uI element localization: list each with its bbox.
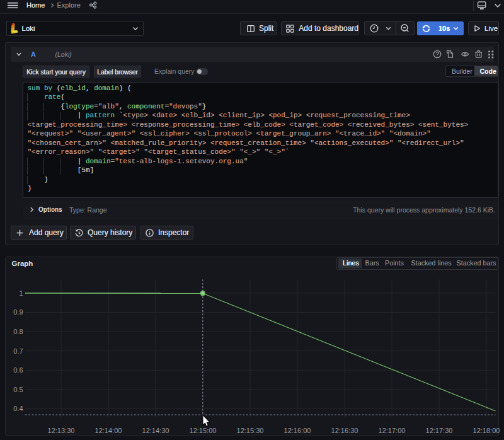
svg-text:0.8: 0.8 xyxy=(13,328,23,335)
svg-text:12:16:30: 12:16:30 xyxy=(331,427,358,434)
svg-text:12:18:00: 12:18:00 xyxy=(473,427,500,434)
svg-text:0.9: 0.9 xyxy=(13,308,23,316)
svg-text:12:15:30: 12:15:30 xyxy=(237,427,264,434)
svg-text:0.5: 0.5 xyxy=(13,386,23,393)
svg-text:12:15:00: 12:15:00 xyxy=(190,427,217,434)
svg-text:0.6: 0.6 xyxy=(13,366,23,374)
svg-text:0.7: 0.7 xyxy=(13,347,23,355)
svg-text:12:17:30: 12:17:30 xyxy=(426,427,453,434)
svg-text:12:17:00: 12:17:00 xyxy=(379,427,406,434)
svg-text:1: 1 xyxy=(19,289,23,297)
svg-text:12:14:00: 12:14:00 xyxy=(95,427,122,434)
svg-text:0.4: 0.4 xyxy=(13,405,23,412)
svg-text:12:14:30: 12:14:30 xyxy=(142,427,169,434)
svg-text:12:16:00: 12:16:00 xyxy=(284,427,311,434)
svg-text:12:13:30: 12:13:30 xyxy=(48,427,75,434)
